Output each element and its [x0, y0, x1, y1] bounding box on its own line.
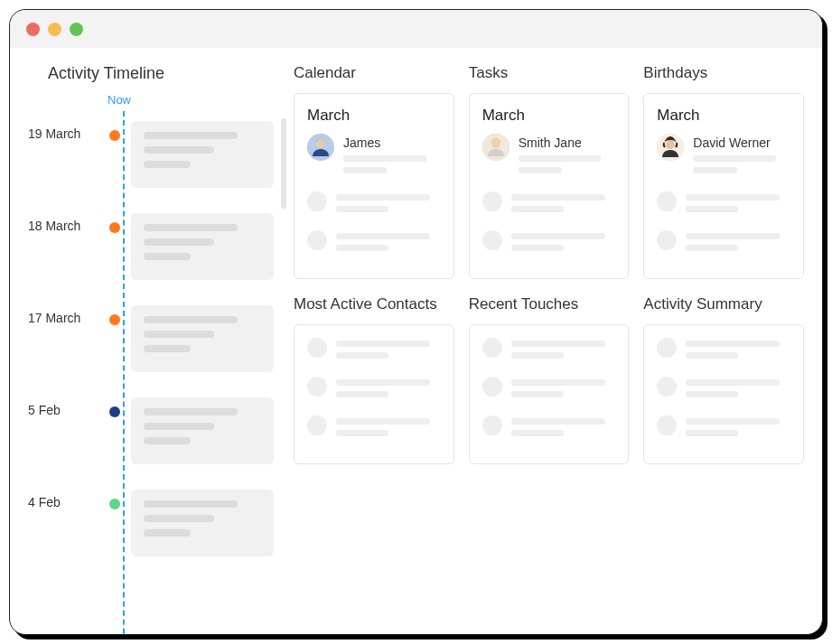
- window-zoom-icon[interactable]: [70, 23, 83, 36]
- app-window: Activity Timeline Now 19 March 18 March: [9, 9, 823, 635]
- placeholder-line: [336, 418, 430, 425]
- placeholder-line: [511, 418, 605, 425]
- list-bullet-icon: [657, 191, 677, 211]
- placeholder-line: [511, 352, 564, 359]
- list-bullet-icon: [307, 415, 327, 435]
- timeline-card: [131, 490, 274, 556]
- panel-tasks: Tasks March Smith Jane: [469, 64, 630, 279]
- list-item[interactable]: [657, 377, 790, 403]
- person-info: Smith Jane: [519, 134, 616, 179]
- placeholder-line: [686, 194, 780, 201]
- list-item[interactable]: [482, 191, 616, 218]
- panel-box[interactable]: [294, 324, 454, 464]
- placeholder-line: [144, 238, 214, 246]
- list-item[interactable]: [307, 377, 441, 403]
- list-item[interactable]: [307, 338, 441, 364]
- placeholder-line: [144, 224, 238, 231]
- timeline-entry[interactable]: 18 March: [28, 213, 274, 280]
- placeholder-line: [144, 529, 191, 537]
- placeholder-line: [336, 341, 430, 347]
- placeholder-line: [144, 146, 214, 154]
- timeline-entry[interactable]: 19 March: [28, 121, 274, 188]
- list-item[interactable]: [657, 230, 790, 257]
- person-row[interactable]: David Werner: [657, 134, 790, 179]
- placeholder-line: [686, 379, 780, 386]
- list-bullet-icon: [482, 191, 502, 211]
- scrollbar[interactable]: [281, 118, 286, 209]
- panel-box[interactable]: March David Werner: [643, 93, 804, 279]
- placeholder-line: [336, 206, 388, 212]
- list-item[interactable]: [482, 377, 616, 403]
- panel-most-active: Most Active Contacts: [294, 295, 454, 464]
- panel-recent-touches: Recent Touches: [469, 295, 630, 464]
- panel-box[interactable]: March James: [294, 93, 454, 279]
- placeholder-line: [343, 155, 426, 162]
- placeholder-line: [511, 233, 605, 239]
- placeholder-line: [511, 379, 605, 386]
- placeholder-line: [144, 345, 191, 352]
- list-item[interactable]: [482, 230, 616, 257]
- list-bullet-icon: [482, 415, 502, 435]
- list-item[interactable]: [307, 191, 441, 218]
- list-item[interactable]: [307, 230, 441, 257]
- panel-title: Tasks: [469, 64, 630, 82]
- placeholder-line: [686, 352, 738, 359]
- person-name: James: [343, 135, 441, 150]
- placeholder-line: [144, 331, 214, 338]
- placeholder-line: [336, 194, 430, 201]
- svg-point-5: [666, 140, 675, 149]
- timeline-entry[interactable]: 5 Feb: [28, 397, 274, 464]
- window-minimize-icon[interactable]: [48, 23, 61, 36]
- panel-box[interactable]: [469, 324, 630, 464]
- person-row[interactable]: James: [307, 134, 441, 179]
- list-bullet-icon: [307, 377, 327, 397]
- placeholder-line: [693, 167, 736, 173]
- svg-point-3: [491, 139, 500, 148]
- person-name: David Werner: [693, 135, 790, 150]
- list-bullet-icon: [482, 377, 502, 397]
- timeline-entry[interactable]: 4 Feb: [28, 490, 274, 556]
- timeline-title: Activity Timeline: [28, 64, 274, 83]
- timeline-card: [131, 397, 274, 464]
- placeholder-line: [511, 391, 564, 397]
- placeholder-line: [511, 245, 564, 251]
- panels-grid: Calendar March James: [294, 64, 804, 634]
- placeholder-line: [686, 391, 738, 397]
- list-item[interactable]: [657, 415, 790, 442]
- activity-timeline: Activity Timeline Now 19 March 18 March: [28, 64, 274, 634]
- person-info: James: [343, 134, 441, 179]
- placeholder-line: [336, 233, 430, 239]
- timeline-card: [131, 305, 274, 372]
- avatar: [307, 134, 334, 161]
- timeline-dot-icon: [109, 499, 120, 509]
- timeline-date: 19 March: [28, 121, 98, 141]
- list-item[interactable]: [482, 415, 616, 442]
- avatar: [657, 134, 684, 161]
- person-info: David Werner: [693, 134, 790, 179]
- avatar: [482, 134, 509, 161]
- panel-title: Calendar: [294, 64, 454, 82]
- list-item[interactable]: [307, 415, 441, 442]
- person-row[interactable]: Smith Jane: [482, 134, 616, 179]
- panel-box[interactable]: [643, 324, 804, 464]
- placeholder-line: [144, 408, 238, 415]
- placeholder-line: [144, 515, 214, 522]
- timeline-date: 4 Feb: [28, 490, 98, 509]
- timeline-entry[interactable]: 17 March: [28, 305, 274, 372]
- list-item[interactable]: [657, 338, 790, 364]
- timeline-dot-icon: [109, 222, 120, 233]
- window-close-icon[interactable]: [26, 23, 40, 36]
- placeholder-line: [144, 500, 238, 508]
- list-bullet-icon: [307, 191, 327, 211]
- timeline-dot-icon: [109, 314, 120, 325]
- app-body: Activity Timeline Now 19 March 18 March: [10, 48, 822, 634]
- placeholder-line: [343, 167, 387, 173]
- timeline-date: 18 March: [28, 213, 98, 233]
- placeholder-line: [686, 233, 780, 239]
- placeholder-line: [336, 379, 430, 386]
- list-item[interactable]: [657, 191, 790, 218]
- placeholder-line: [511, 206, 564, 212]
- timeline-date: 5 Feb: [28, 397, 98, 417]
- panel-box[interactable]: March Smith Jane: [469, 93, 630, 279]
- list-item[interactable]: [482, 338, 616, 364]
